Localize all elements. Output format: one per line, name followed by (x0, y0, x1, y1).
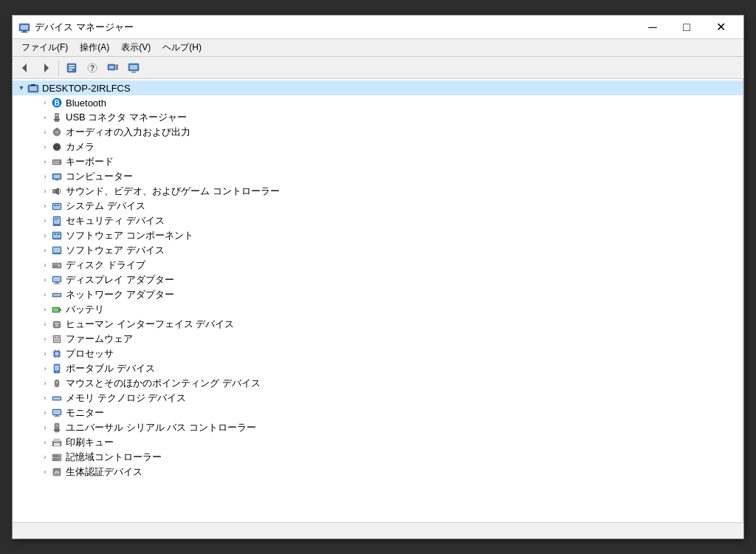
svg-rect-9 (69, 69, 72, 71)
display-icon (51, 274, 63, 286)
item-label: メモリ テクノロジ デバイス (66, 391, 186, 405)
software-component-icon (51, 230, 63, 242)
device-tree[interactable]: ▼ DESKTOP-2IRLFCS › B (13, 79, 743, 522)
list-item[interactable]: › モニター (13, 406, 743, 420)
portable-icon (51, 363, 63, 375)
list-item[interactable]: › 記憶域コントローラー (13, 450, 743, 465)
list-item[interactable]: › キーボード (13, 154, 743, 169)
list-item[interactable]: › ソフトウェア コンポーネント (13, 228, 743, 243)
list-item[interactable]: › 生体認証デバイス (13, 465, 743, 479)
minimize-button[interactable]: ─ (636, 16, 670, 39)
disk-icon (51, 259, 63, 271)
svg-point-58 (58, 265, 61, 267)
list-item[interactable]: › ポータブル デバイス (13, 361, 743, 376)
item-label: ヒューマン インターフェイス デバイス (66, 318, 234, 331)
svg-rect-40 (52, 189, 55, 194)
svg-rect-66 (56, 295, 58, 296)
back-button[interactable] (16, 59, 35, 77)
list-item[interactable]: › セキュリティ デバイス (13, 213, 743, 228)
close-button[interactable]: ✕ (704, 16, 738, 39)
maximize-button[interactable]: □ (670, 16, 704, 39)
item-label: ユニバーサル シリアル バス コントローラー (66, 421, 256, 434)
svg-rect-36 (53, 163, 59, 164)
list-item[interactable]: › ディスプレイ アダプター (13, 273, 743, 287)
memory-icon (51, 392, 63, 404)
list-item[interactable]: › システム デバイス (13, 199, 743, 213)
sound-icon (51, 185, 63, 197)
svg-rect-70 (53, 321, 61, 328)
item-label: キーボード (66, 155, 114, 168)
svg-point-31 (56, 146, 58, 148)
svg-rect-61 (55, 282, 58, 284)
list-item[interactable]: › オーディオの入力および出力 (13, 125, 743, 140)
svg-rect-60 (53, 277, 61, 281)
item-label: サウンド、ビデオ、およびゲーム コントローラー (66, 185, 280, 198)
svg-rect-115 (53, 468, 61, 476)
list-item[interactable]: › メモリ テクノロジ デバイス (13, 391, 743, 406)
item-label: コンピューター (66, 170, 133, 183)
show-button[interactable] (124, 59, 143, 77)
svg-rect-49 (55, 219, 58, 220)
list-item[interactable]: › プロセッサ (13, 346, 743, 361)
list-item[interactable]: › ソフトウェア デバイス (13, 243, 743, 258)
menu-view[interactable]: 表示(V) (115, 40, 157, 55)
list-item[interactable]: › USB コネクタ マネージャー (13, 110, 743, 125)
scan-button[interactable] (103, 59, 123, 77)
list-item[interactable]: › バッテリ (13, 302, 743, 317)
item-expand[interactable]: › (39, 97, 51, 109)
svg-rect-13 (109, 66, 114, 69)
svg-rect-44 (54, 205, 56, 206)
list-item[interactable]: › ファームウェア (13, 332, 743, 346)
tree-root[interactable]: ▼ DESKTOP-2IRLFCS (13, 81, 743, 95)
list-item[interactable]: › サウンド、ビデオ、およびゲーム コントローラー (13, 184, 743, 199)
list-item[interactable]: › ネットワーク アダプター (13, 287, 743, 302)
list-item[interactable]: › ヒューマン インターフェイス デバイス (13, 317, 743, 332)
list-item[interactable]: › カメラ (13, 140, 743, 154)
svg-rect-19 (30, 86, 37, 91)
help-button[interactable]: ? (83, 59, 102, 77)
item-label: ソフトウェア デバイス (66, 244, 165, 257)
bluetooth-icon: B (51, 97, 63, 109)
svg-rect-17 (131, 72, 136, 73)
menu-action[interactable]: 操作(A) (74, 40, 115, 55)
svg-rect-71 (55, 323, 59, 324)
list-item[interactable]: › 印刷キュー (13, 435, 743, 450)
svg-rect-24 (55, 114, 58, 116)
svg-rect-77 (55, 340, 59, 341)
item-label: ディスク ドライブ (66, 259, 145, 272)
list-item[interactable]: › ユニバーサル シリアル バス コントローラー (13, 420, 743, 435)
print-icon (51, 437, 63, 448)
svg-rect-3 (21, 32, 27, 33)
svg-rect-72 (55, 325, 58, 326)
svg-rect-38 (54, 175, 61, 179)
item-label: Bluetooth (66, 98, 106, 109)
camera-icon (51, 141, 63, 153)
svg-rect-7 (69, 65, 75, 66)
svg-rect-33 (53, 161, 55, 163)
forward-button[interactable] (36, 59, 55, 77)
root-expand[interactable]: ▼ (16, 82, 27, 94)
mouse-icon (51, 377, 63, 389)
security-icon (51, 215, 63, 227)
list-item[interactable]: › コンピューター (13, 169, 743, 184)
root-label: DESKTOP-2IRLFCS (42, 83, 131, 94)
list-item[interactable]: › マウスとそのほかのポインティング デバイス (13, 376, 743, 391)
svg-rect-79 (55, 352, 59, 356)
svg-rect-101 (53, 410, 61, 414)
list-item[interactable]: › B Bluetooth (13, 95, 743, 110)
properties-button[interactable] (62, 59, 81, 77)
item-label: ディスプレイ アダプター (66, 273, 174, 287)
item-label: システム デバイス (66, 199, 145, 213)
system-icon (51, 200, 63, 212)
processor-icon (51, 348, 63, 360)
toolbar-separator-1 (58, 61, 59, 75)
svg-rect-69 (53, 308, 58, 312)
menu-help[interactable]: ヘルプ(H) (157, 40, 207, 55)
computer-icon (51, 171, 63, 182)
menu-file[interactable]: ファイル(F) (16, 40, 74, 55)
svg-marker-4 (22, 64, 27, 72)
svg-point-113 (59, 455, 61, 456)
svg-rect-75 (55, 337, 56, 338)
list-item[interactable]: › ディスク ドライブ (13, 258, 743, 273)
item-label: USB コネクタ マネージャー (66, 111, 187, 124)
